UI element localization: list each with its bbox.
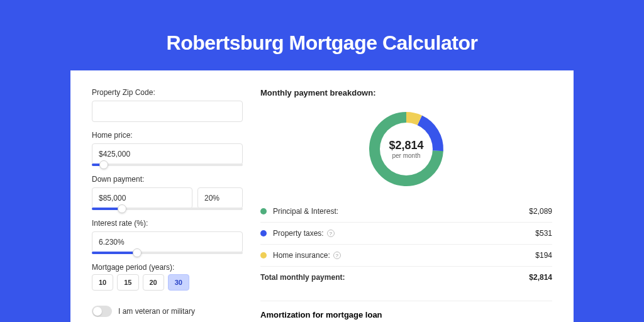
home-price-input[interactable] [92,143,243,165]
interest-rate-group: Interest rate (%): [92,219,243,254]
veteran-toggle[interactable] [92,306,112,317]
inputs-panel: Property Zip Code: Home price: Down paym… [92,88,243,322]
interest-rate-slider[interactable] [92,252,243,254]
zip-input[interactable] [92,101,243,122]
donut-sub: per month [392,152,420,159]
down-payment-label: Down payment: [92,175,243,184]
breakdown-label-text: Home insurance: [273,251,330,260]
home-price-group: Home price: [92,131,243,166]
breakdown-value: $2,089 [529,207,552,216]
period-option-15[interactable]: 15 [117,274,138,291]
breakdown-label: Home insurance: ? [273,251,535,260]
period-options: 10 15 20 30 [92,274,243,291]
breakdown-total-label: Total monthly payment: [260,273,529,282]
period-option-10[interactable]: 10 [92,274,113,291]
interest-rate-label: Interest rate (%): [92,219,243,228]
breakdown-title: Monthly payment breakdown: [260,88,552,97]
down-payment-input[interactable] [92,187,192,209]
period-group: Mortgage period (years): 10 15 20 30 [92,263,243,291]
legend-dot-icon [260,252,267,258]
calculator-card: Property Zip Code: Home price: Down paym… [70,70,574,322]
donut-center: $2,814 per month [380,123,433,175]
slider-thumb-icon[interactable] [99,160,108,169]
breakdown-row-total: Total monthly payment: $2,814 [260,267,552,288]
period-option-20[interactable]: 20 [143,274,164,291]
breakdown-label: Principal & Interest: [273,207,529,216]
help-icon[interactable]: ? [327,230,335,237]
slider-thumb-icon[interactable] [118,204,126,213]
zip-label: Property Zip Code: [92,88,243,97]
amortization-section: Amortization for mortgage loan Amortizat… [260,301,552,322]
veteran-label: I am veteran or military [118,307,195,316]
down-payment-slider[interactable] [92,208,243,210]
breakdown-label: Property taxes: ? [273,229,535,238]
veteran-row: I am veteran or military [92,306,243,317]
donut-amount: $2,814 [389,139,423,152]
down-payment-pct-input[interactable] [197,187,243,209]
period-option-30[interactable]: 30 [168,274,189,291]
page-title: Robertsburg Mortgage Calculator [167,31,478,55]
breakdown-total-value: $2,814 [529,273,552,282]
breakdown-label-text: Property taxes: [273,229,324,238]
period-label: Mortgage period (years): [92,263,243,272]
help-icon[interactable]: ? [333,252,341,259]
legend-dot-icon [260,208,267,214]
breakdown-row-insurance: Home insurance: ? $194 [260,245,552,267]
home-price-label: Home price: [92,131,243,140]
home-price-slider[interactable] [92,164,243,166]
results-panel: Monthly payment breakdown: $2,814 per mo… [260,88,552,322]
zip-group: Property Zip Code: [92,88,243,122]
breakdown-value: $531 [535,229,552,238]
interest-rate-input[interactable] [92,231,243,253]
breakdown-row-principal: Principal & Interest: $2,089 [260,201,552,223]
breakdown-value: $194 [535,251,552,260]
donut-chart: $2,814 per month [260,109,552,189]
breakdown-row-taxes: Property taxes: ? $531 [260,223,552,245]
slider-thumb-icon[interactable] [133,248,142,257]
legend-dot-icon [260,230,267,236]
down-payment-group: Down payment: [92,175,243,210]
amortization-title: Amortization for mortgage loan [260,310,552,319]
